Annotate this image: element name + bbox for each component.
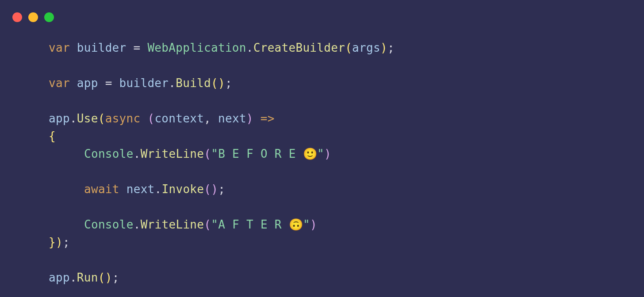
window-traffic-lights — [12, 12, 632, 22]
empty-line — [49, 198, 632, 216]
identifier-builder: builder — [119, 76, 169, 90]
type-console: Console — [84, 147, 134, 160]
lparen: ( — [147, 112, 154, 125]
dot: . — [134, 147, 141, 160]
identifier-app: app — [49, 271, 70, 284]
empty-line — [49, 57, 632, 74]
rparen: ) — [211, 183, 218, 196]
comma: , — [204, 112, 218, 125]
empty-line — [49, 92, 632, 110]
keyword-var: var — [49, 76, 70, 90]
maximize-window-button[interactable] — [44, 12, 54, 22]
param-context: context — [154, 112, 204, 125]
operator-assign: = — [126, 41, 148, 54]
dot: . — [70, 112, 77, 125]
space — [119, 183, 126, 196]
close-window-button[interactable] — [12, 12, 22, 22]
method-use: Use — [77, 112, 98, 125]
rparen: ) — [218, 76, 225, 90]
semicolon: ; — [218, 183, 225, 196]
string-after: A F T E R 🙃 — [218, 218, 303, 231]
editor-window: var builder = WebApplication.CreateBuild… — [0, 0, 644, 297]
type-webapplication: WebApplication — [147, 41, 246, 54]
keyword-var: var — [49, 41, 70, 54]
code-editor[interactable]: var builder = WebApplication.CreateBuild… — [12, 39, 632, 286]
type-console: Console — [84, 218, 134, 231]
rparen: ) — [310, 218, 317, 231]
code-line: Console.WriteLine("B E F O R E 🙂") — [49, 145, 632, 163]
string-quote: " — [303, 218, 310, 231]
identifier-args: args — [352, 41, 380, 54]
lparen: ( — [211, 76, 218, 90]
identifier-app: app — [77, 76, 98, 90]
semicolon: ; — [63, 236, 70, 249]
dot: . — [246, 41, 253, 54]
param-next: next — [218, 112, 246, 125]
rbrace: } — [49, 236, 56, 249]
empty-line — [49, 163, 632, 180]
code-line: await next.Invoke(); — [49, 180, 632, 198]
rparen: ) — [56, 236, 63, 249]
arrow-operator: => — [261, 112, 275, 125]
lparen: ( — [204, 218, 211, 231]
method-invoke: Invoke — [162, 183, 204, 196]
space — [140, 112, 147, 125]
method-writeline: WriteLine — [141, 147, 204, 160]
code-line: app.Use(async (context, next) => — [49, 110, 632, 127]
method-run: Run — [77, 271, 98, 284]
minimize-window-button[interactable] — [28, 12, 38, 22]
semicolon: ; — [112, 271, 119, 284]
method-build: Build — [176, 76, 211, 90]
method-createbuilder: CreateBuilder — [253, 41, 345, 54]
semicolon: ; — [225, 76, 232, 90]
space — [253, 112, 261, 125]
space — [70, 76, 77, 90]
dot: . — [134, 218, 141, 231]
lparen: ( — [204, 147, 211, 160]
lparen: ( — [204, 183, 211, 196]
space — [70, 41, 77, 54]
lparen: ( — [98, 112, 105, 125]
string-before: B E F O R E 🙂 — [218, 147, 317, 160]
code-line: Console.WriteLine("A F T E R 🙃") — [49, 216, 632, 233]
semicolon: ; — [387, 41, 395, 54]
rparen: ) — [105, 271, 112, 284]
empty-line — [49, 251, 632, 269]
operator-assign: = — [98, 76, 119, 90]
code-line: { — [49, 127, 632, 145]
code-line: app.Run(); — [49, 269, 632, 286]
string-quote: " — [317, 147, 324, 160]
rparen: ) — [324, 147, 331, 160]
keyword-await: await — [84, 183, 119, 196]
lparen: ( — [98, 271, 105, 284]
code-line: var builder = WebApplication.CreateBuild… — [49, 39, 632, 57]
code-line: }); — [49, 233, 632, 251]
identifier-app: app — [49, 112, 70, 125]
rparen: ) — [380, 41, 387, 54]
code-line: var app = builder.Build(); — [49, 74, 632, 92]
identifier-next: next — [126, 183, 155, 196]
string-quote: " — [211, 218, 218, 231]
string-quote: " — [211, 147, 218, 160]
dot: . — [169, 76, 176, 90]
method-writeline: WriteLine — [141, 218, 204, 231]
identifier-builder: builder — [77, 41, 126, 54]
lbrace: { — [49, 129, 56, 143]
lparen: ( — [345, 41, 352, 54]
dot: . — [70, 271, 77, 284]
dot: . — [155, 183, 162, 196]
rparen: ) — [246, 112, 253, 125]
keyword-async: async — [105, 112, 141, 125]
